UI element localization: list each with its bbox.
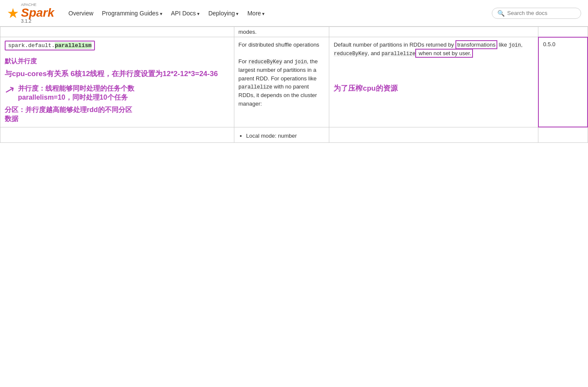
navbar: ★ APACHE Spark 3.1.2 Overview Programmin… [0, 0, 588, 27]
top-partial-text: modes. [239, 29, 257, 35]
top-partial-version-cell [538, 27, 588, 37]
nav-deploying[interactable]: Deploying [208, 10, 239, 17]
logo: ★ APACHE Spark 3.1.2 [7, 3, 58, 24]
nav-overview[interactable]: Overview [68, 10, 93, 17]
local-property-cell [0, 127, 234, 142]
annotation-2-text: 与cpu-cores有关系 6核12线程，在并行度设置为12*2-12*3=24… [5, 70, 218, 78]
meaning-cell: Default number of partitions in RDDs ret… [329, 37, 538, 127]
annotation-6: 数据 [5, 115, 230, 124]
arrow-area: ↗ 并行度：线程能够同时处理的任务个数 parallelism=10，同时处理1… [5, 84, 230, 102]
annotation-5: 分区：并行度越高能够处理rdd的不同分区 [5, 106, 230, 115]
logo-spark-label: Spark [21, 7, 54, 19]
default-context-text: For distributed shuffle operations For r… [239, 41, 325, 108]
default-context-long: For reduceByKey and join, the largest nu… [239, 58, 318, 107]
top-partial-property-cell [0, 27, 234, 37]
default-context-short: For distributed shuffle operations [239, 41, 319, 48]
nav-more[interactable]: More [247, 10, 265, 17]
local-mode-cell: Local mode: number [234, 127, 329, 142]
nav-api-docs[interactable]: API Docs [171, 10, 200, 17]
annotation-arrow: ↗ [3, 81, 16, 97]
property-wrapper: spark.default.parallelism 默认并行度 与cpu-cor… [5, 41, 230, 124]
top-partial-default-cell: modes. [234, 27, 329, 37]
annotation-7: 为了压榨cpu的资源 [334, 83, 533, 93]
logo-star-icon: ★ [7, 5, 19, 21]
search-icon: 🔍 [497, 10, 505, 17]
meaning-highlight-when-not-set: when not set by user. [415, 49, 473, 58]
nav-links: Overview Programming Guides API Docs Dep… [68, 10, 482, 17]
annotation-3: 并行度：线程能够同时处理的任务个数 [18, 84, 134, 93]
local-mode-text: Local mode: number [246, 133, 297, 139]
local-mode-item: Local mode: number [246, 133, 325, 139]
table-row-partial: modes. [0, 27, 588, 37]
doc-table: modes. spark.default.parallelism 默认并行度 [0, 27, 588, 143]
version-value: 0.5.0 [543, 41, 555, 47]
table-row-local-mode: Local mode: number [0, 127, 588, 142]
meaning-highlight-transformations: transformations [455, 40, 497, 49]
annotation-3-4-area: 并行度：线程能够同时处理的任务个数 parallelism=10，同时处理10个… [18, 84, 134, 102]
property-code: spark.default.parallelism [5, 41, 95, 50]
annotation-1: 默认并行度 [5, 57, 230, 65]
annotation-4: parallelism=10，同时处理10个任务 [18, 93, 134, 102]
local-version-cell [538, 127, 588, 142]
search-box[interactable]: 🔍 [492, 8, 581, 19]
search-input[interactable] [507, 10, 576, 16]
version-cell: 0.5.0 [538, 37, 588, 127]
default-context-cell: For distributed shuffle operations For r… [234, 37, 329, 127]
logo-version: 3.1.2 [21, 19, 54, 24]
table-row-parallelism: spark.default.parallelism 默认并行度 与cpu-cor… [0, 37, 588, 127]
property-name-area: spark.default.parallelism [5, 41, 230, 50]
nav-programming-guides[interactable]: Programming Guides [102, 10, 162, 17]
logo-text: APACHE Spark 3.1.2 [21, 3, 54, 24]
local-mode-list: Local mode: number [239, 133, 325, 139]
property-highlight: parallelism [55, 42, 92, 49]
top-partial-meaning-cell [329, 27, 538, 37]
meaning-text: Default number of partitions in RDDs ret… [334, 41, 533, 58]
content-area: modes. spark.default.parallelism 默认并行度 [0, 27, 588, 143]
property-cell: spark.default.parallelism 默认并行度 与cpu-cor… [0, 37, 234, 127]
annotation-2: 与cpu-cores有关系 6核12线程，在并行度设置为12*2-12*3=24… [5, 69, 230, 79]
local-meaning-cell [329, 127, 538, 142]
